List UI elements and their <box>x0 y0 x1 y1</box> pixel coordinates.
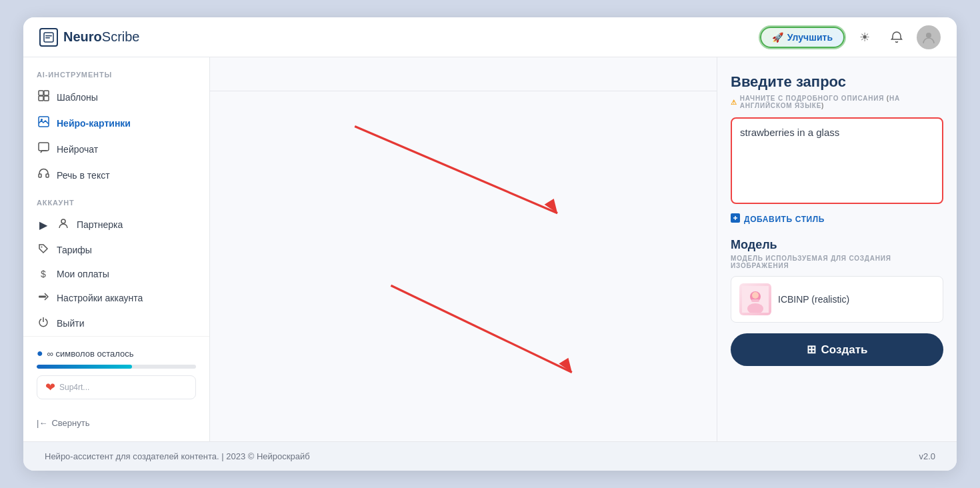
bell-icon <box>890 31 903 44</box>
svg-point-14 <box>41 247 43 248</box>
model-card[interactable]: ICBINP (realistic) <box>731 276 943 323</box>
svg-rect-6 <box>39 96 43 101</box>
content-divider <box>210 91 717 91</box>
prompt-textarea[interactable] <box>731 117 943 204</box>
templates-icon <box>37 90 50 104</box>
sun-icon-button[interactable]: ☀ <box>853 25 877 49</box>
collapse-button[interactable]: |← Свернуть <box>23 410 209 428</box>
svg-rect-11 <box>39 174 41 177</box>
content-area <box>210 57 717 441</box>
sidebar-item-settings[interactable]: Настройки аккаунта <box>23 285 209 311</box>
svg-rect-5 <box>44 91 49 95</box>
footer-version: v2.0 <box>919 451 935 461</box>
model-subtitle: Модель используемая для создания изображ… <box>731 255 943 269</box>
panel-subtitle: ⚠ Начните с подробного описания (На англ… <box>731 95 943 109</box>
chat-icon <box>37 142 50 156</box>
section-ai-label: AI-Инструменты <box>23 71 209 84</box>
arrow-right-icon <box>37 291 50 305</box>
svg-line-17 <box>355 126 557 213</box>
logo-icon <box>39 28 58 47</box>
sidebar-item-label: Тарифы <box>57 245 92 255</box>
sidebar: AI-Инструменты Шаблоны Нейро-картинки Не… <box>23 57 210 441</box>
svg-rect-15 <box>39 296 46 298</box>
dollar-icon: $ <box>37 269 50 279</box>
person-icon <box>57 218 70 231</box>
sidebar-item-label: Мои оплаты <box>57 269 109 279</box>
sidebar-item-partner[interactable]: ▶ Партнерка <box>23 212 209 237</box>
svg-rect-2 <box>45 37 50 39</box>
svg-point-3 <box>926 33 931 38</box>
tag-icon <box>37 243 50 257</box>
progress-bar-fill <box>37 365 132 369</box>
svg-point-13 <box>61 219 65 223</box>
svg-rect-7 <box>44 96 49 101</box>
neuro-images-icon <box>37 116 50 130</box>
sidebar-item-label: Настройки аккаунта <box>57 293 143 303</box>
sidebar-item-tariffs[interactable]: Тарифы <box>23 237 209 263</box>
sidebar-footer-button[interactable]: ❤ Sup4rt... <box>37 375 196 399</box>
svg-line-19 <box>391 285 571 372</box>
model-section: Модель Модель используемая для создания … <box>731 238 943 323</box>
headphone-icon <box>37 168 50 182</box>
main-layout: AI-Инструменты Шаблоны Нейро-картинки Не… <box>23 57 957 441</box>
svg-rect-12 <box>46 174 49 177</box>
sidebar-item-payments[interactable]: $ Мои оплаты <box>23 263 209 285</box>
model-title: Модель <box>731 238 943 252</box>
sidebar-item-neuro-images[interactable]: Нейро-картинки <box>23 110 209 136</box>
header-right: 🚀 Улучшить ☀ <box>760 25 941 49</box>
svg-marker-18 <box>545 199 558 213</box>
sidebar-bottom: ● ∞ символов осталось ❤ Sup4rt... <box>23 336 209 410</box>
progress-bar-bg <box>37 365 196 369</box>
sidebar-item-label: Шаблоны <box>57 92 98 103</box>
svg-marker-20 <box>559 358 572 373</box>
sidebar-item-logout[interactable]: Выйти <box>23 311 209 336</box>
model-name: ICBINP (realistic) <box>778 294 849 305</box>
create-icon: ⊞ <box>807 343 816 357</box>
logo-scribe: Scribe <box>102 29 140 44</box>
sidebar-item-label: Партнерка <box>77 219 123 230</box>
bell-button[interactable] <box>885 25 909 49</box>
avatar[interactable] <box>917 25 941 49</box>
sidebar-item-label: Нейро-картинки <box>57 118 131 129</box>
symbols-remaining: ● ∞ символов осталось <box>37 347 196 359</box>
svg-rect-1 <box>45 35 52 37</box>
sidebar-item-speech[interactable]: Речь в текст <box>23 162 209 188</box>
sun-icon: ☀ <box>859 30 870 45</box>
sidebar-item-label: Нейрочат <box>57 144 98 155</box>
sidebar-item-neurochat[interactable]: Нейрочат <box>23 136 209 162</box>
header: NeuroScribe 🚀 Улучшить ☀ <box>23 17 957 57</box>
sidebar-item-label: Речь в текст <box>57 170 110 181</box>
chevron-right-icon: ▶ <box>37 219 50 231</box>
collapse-icon: |← <box>37 418 47 428</box>
sidebar-item-templates[interactable]: Шаблоны <box>23 84 209 110</box>
section-account-label: Аккаунт <box>23 199 209 212</box>
power-icon <box>37 317 50 330</box>
svg-rect-4 <box>39 91 43 95</box>
create-button[interactable]: ⊞ Создать <box>731 333 943 366</box>
svg-rect-26 <box>751 299 759 302</box>
footer: Нейро-ассистент для создателей контента.… <box>23 441 957 471</box>
logo: NeuroScribe <box>39 28 140 47</box>
logo-neuro: Neuro <box>63 29 102 44</box>
rocket-icon: 🚀 <box>772 32 783 43</box>
warning-icon: ⚠ <box>731 99 737 106</box>
panel-subtitle-text: Начните с подробного описания (На англий… <box>740 95 943 109</box>
right-panel: Введите запрос ⚠ Начните с подробного оп… <box>717 57 957 441</box>
panel-title: Введите запрос <box>731 73 943 91</box>
svg-point-25 <box>752 292 759 299</box>
svg-rect-10 <box>39 143 49 151</box>
add-style-icon <box>731 213 740 225</box>
add-style-button[interactable]: добавить стиль <box>731 213 825 225</box>
sidebar-item-label: Выйти <box>57 318 84 329</box>
footer-copyright: Нейро-ассистент для создателей контента.… <box>45 451 310 461</box>
upgrade-button[interactable]: 🚀 Улучшить <box>760 27 845 48</box>
model-thumbnail <box>739 283 771 315</box>
